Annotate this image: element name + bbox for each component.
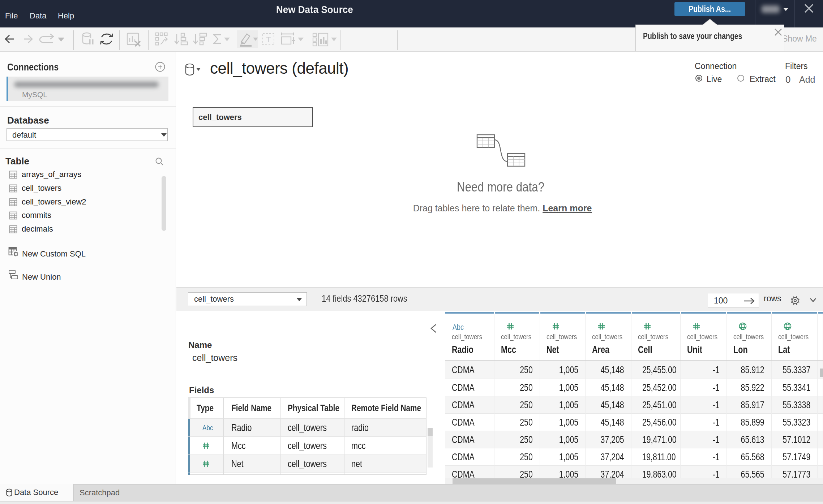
svg-text:T: T xyxy=(266,35,271,44)
